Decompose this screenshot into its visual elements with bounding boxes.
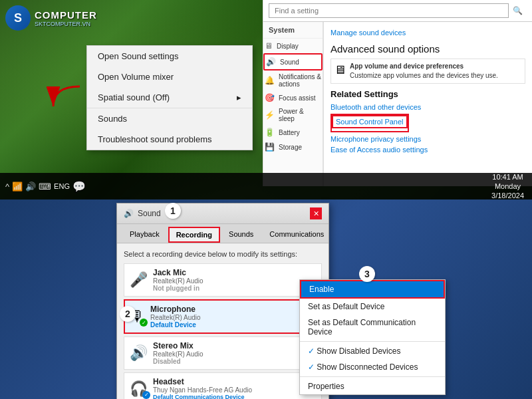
notifications-icon: 🔔 xyxy=(265,76,275,85)
taskbar-clock: 10:41 AM Monday 3/18/2024 xyxy=(491,172,524,200)
jack-mic-icon: 🎤 xyxy=(130,271,148,289)
headset-driver: Thuy Ngan Hands-Free AG Audio xyxy=(153,386,316,394)
advanced-sound-panel: Manage sound devices Advanced sound opti… xyxy=(323,22,532,186)
nav-focus[interactable]: 🎯 Focus assist xyxy=(263,90,323,105)
stereo-mix-driver: Realtek(R) Audio xyxy=(153,350,316,358)
chevron-up-icon[interactable]: ^ xyxy=(5,182,9,192)
badge-2: 2 xyxy=(120,306,136,322)
rc-set-default-comm[interactable]: Set as Default Communication Device xyxy=(300,315,445,340)
ctx-spatial-sound[interactable]: Spatial sound (Off) ▸ xyxy=(87,87,252,108)
stereo-mix-status: Disabled xyxy=(153,358,316,365)
rc-show-disabled[interactable]: Show Disabled Devices xyxy=(300,343,445,359)
sound-tabs: Playback Recording Sounds Communications xyxy=(117,224,329,243)
app-vol-icon: 🖥 xyxy=(334,63,346,77)
notification-icon[interactable]: 💬 xyxy=(72,180,86,193)
keyboard-icon: ⌨ xyxy=(39,182,51,192)
headset-name: Headset xyxy=(153,377,316,386)
rc-set-default[interactable]: Set as Default Device xyxy=(300,299,445,315)
taskbar: ^ 📶 🔊 ⌨ ENG 💬 10:41 AM Monday 3/18/2024 xyxy=(0,173,532,200)
nav-battery[interactable]: 🔋 Battery xyxy=(263,125,323,140)
sound-dialog-close[interactable]: ✕ xyxy=(310,207,322,219)
wifi-icon[interactable]: 📶 xyxy=(12,182,23,192)
app-vol-desc: Customize app volumes and the devices th… xyxy=(350,71,498,80)
taskbar-left: ^ 📶 🔊 ⌨ ENG 💬 xyxy=(5,180,491,193)
right-click-menu: Enable Set as Default Device Set as Defa… xyxy=(299,279,446,395)
jack-mic-driver: Realtek(R) Audio xyxy=(153,277,316,285)
settings-system-label: System xyxy=(263,22,323,39)
logo-text: COMPUTER SKTCOMPUTER.VN xyxy=(35,9,97,27)
badge-1: 1 xyxy=(165,203,181,219)
search-icon: 🔍 xyxy=(509,6,527,15)
context-menu: Open Sound settings Open Volume mixer Sp… xyxy=(86,45,253,150)
settings-nav: System 🖥 Display 🔊 Sound 🔔 Notifications… xyxy=(263,22,323,186)
headset-check-icon: ✓ xyxy=(142,391,150,399)
jack-mic-status: Not plugged in xyxy=(153,285,316,292)
ctx-troubleshoot[interactable]: Troubleshoot sound problems xyxy=(87,129,252,150)
rc-enable[interactable]: Enable xyxy=(300,280,445,299)
stereo-mix-name: Stereo Mix xyxy=(153,341,316,350)
bottom-background: 1 2 3 🔊 Sound ✕ Playback Recording Sound… xyxy=(0,200,532,399)
nav-storage[interactable]: 💾 Storage xyxy=(263,140,323,154)
tab-sounds[interactable]: Sounds xyxy=(221,227,261,243)
rc-properties[interactable]: Properties xyxy=(300,378,445,394)
microphone-driver: Realtek(R) Audio xyxy=(150,314,315,321)
manage-sound-devices-link[interactable]: Manage sound devices xyxy=(331,29,525,37)
tab-playback[interactable]: Playback xyxy=(122,227,167,243)
storage-icon: 💾 xyxy=(265,142,275,152)
sound-dialog-title-text: Sound xyxy=(138,209,161,218)
sound-dialog-body: Select a recording device below to modif… xyxy=(117,243,329,399)
bluetooth-devices-link[interactable]: Bluetooth and other devices xyxy=(331,103,525,111)
clock-date: 3/18/2024 xyxy=(491,191,524,200)
battery-icon: 🔋 xyxy=(265,128,275,137)
sound-icon: 🔊 xyxy=(266,57,276,66)
microphone-privacy-link[interactable]: Microphone privacy settings xyxy=(331,135,525,143)
red-arrow-indicator xyxy=(40,80,93,120)
rc-show-disconnected[interactable]: Show Disconnected Devices xyxy=(300,359,445,375)
app-vol-label: App volume and device preferences xyxy=(350,62,498,71)
logo-company-name: COMPUTER xyxy=(35,9,97,21)
advanced-sound-header: Advanced sound options xyxy=(331,43,525,55)
desktop-background: S COMPUTER SKTCOMPUTER.VN Open Sound set… xyxy=(0,0,532,200)
nav-display[interactable]: 🖥 Display xyxy=(263,39,323,53)
device-microphone[interactable]: 🎙 ✓ Microphone Realtek(R) Audio Default … xyxy=(124,299,322,334)
related-settings-header: Related Settings xyxy=(331,89,525,99)
settings-search-input[interactable] xyxy=(269,3,509,18)
headset-status: Default Communications Device xyxy=(153,394,316,399)
nav-power[interactable]: ⚡ Power & sleep xyxy=(263,105,323,125)
ctx-open-sound-settings[interactable]: Open Sound settings xyxy=(87,46,252,66)
volume-tray-icon[interactable]: 🔊 xyxy=(25,182,36,192)
app-volume-preference[interactable]: 🖥 App volume and device preferences Cust… xyxy=(331,59,525,84)
device-jack-mic[interactable]: 🎤 Jack Mic Realtek(R) Audio Not plugged … xyxy=(124,263,322,297)
sound-control-panel-link[interactable]: Sound Control Panel xyxy=(332,115,408,128)
nav-sound[interactable]: 🔊 Sound xyxy=(263,53,323,70)
stereo-mix-icon: 🔊 xyxy=(130,344,148,362)
sound-dialog: 🔊 Sound ✕ Playback Recording Sounds Comm… xyxy=(116,203,329,399)
dialog-instruction: Select a recording device below to modif… xyxy=(124,250,322,258)
rc-separator-2 xyxy=(300,376,445,377)
nav-notifications[interactable]: 🔔 Notifications & actions xyxy=(263,70,323,90)
logo-subtitle: SKTCOMPUTER.VN xyxy=(35,21,97,27)
microphone-name: Microphone xyxy=(150,305,315,314)
display-icon: 🖥 xyxy=(265,41,273,51)
ctx-open-volume-mixer[interactable]: Open Volume mixer xyxy=(87,66,252,87)
settings-search-bar: 🔍 xyxy=(263,0,532,22)
logo-icon: S xyxy=(5,5,31,31)
microphone-status: Default Device xyxy=(150,321,315,329)
ctx-sounds[interactable]: Sounds xyxy=(87,108,252,129)
power-icon: ⚡ xyxy=(265,110,275,120)
device-headset[interactable]: 🎧 ✓ Headset Thuy Ngan Hands-Free AG Audi… xyxy=(124,372,322,399)
settings-panel: 🔍 System 🖥 Display 🔊 Sound 🔔 Notificatio… xyxy=(263,0,532,186)
logo: S COMPUTER SKTCOMPUTER.VN xyxy=(5,5,97,31)
ease-of-access-audio-link[interactable]: Ease of Access audio settings xyxy=(331,146,525,154)
clock-time: 10:41 AM xyxy=(491,172,524,182)
jack-mic-name: Jack Mic xyxy=(153,268,316,277)
tab-communications[interactable]: Communications xyxy=(262,227,331,243)
headset-icon: 🎧 ✓ xyxy=(130,380,148,398)
badge-3: 3 xyxy=(359,266,375,282)
rc-separator-1 xyxy=(300,341,445,342)
device-stereo-mix[interactable]: 🔊 Stereo Mix Realtek(R) Audio Disabled xyxy=(124,336,322,370)
tab-recording[interactable]: Recording xyxy=(168,227,220,243)
default-check-icon: ✓ xyxy=(140,319,148,327)
spatial-sound-arrow: ▸ xyxy=(237,92,241,102)
lang-indicator: ENG xyxy=(54,182,70,190)
